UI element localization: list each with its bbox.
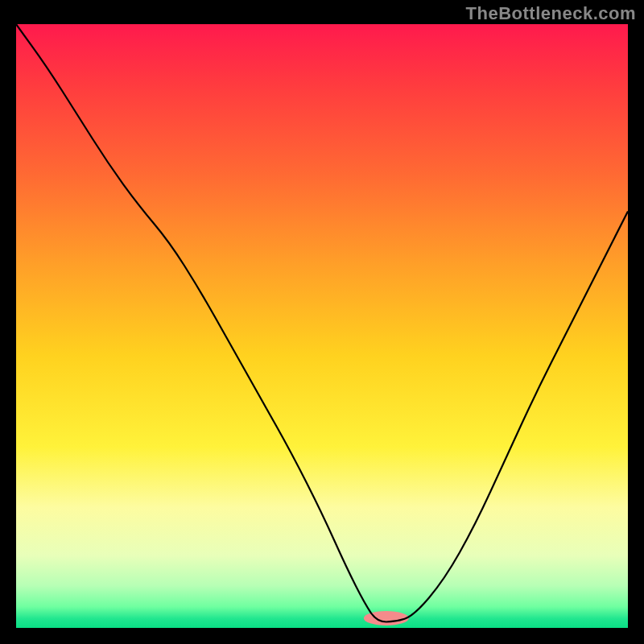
watermark-text: TheBottleneck.com bbox=[466, 3, 636, 24]
chart-frame: TheBottleneck.com bbox=[0, 0, 644, 644]
plot-area bbox=[16, 24, 628, 628]
gradient-background bbox=[16, 24, 628, 628]
chart-svg bbox=[16, 24, 628, 628]
